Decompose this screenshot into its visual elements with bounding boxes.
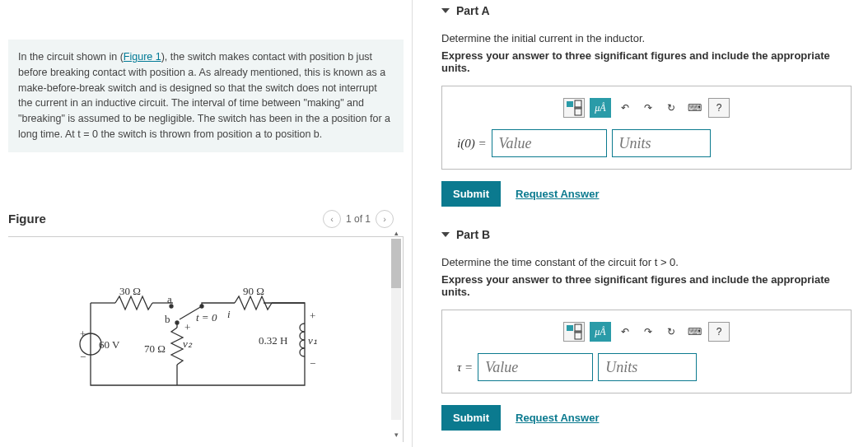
part-a-header[interactable]: Part A	[441, 4, 852, 17]
svg-rect-4	[567, 101, 573, 107]
keyboard-button[interactable]: ⌨	[685, 98, 703, 118]
label-b: b	[165, 313, 170, 326]
templates-button[interactable]	[563, 322, 585, 342]
part-b-title: Part B	[456, 228, 490, 241]
help-button[interactable]: ?	[708, 322, 730, 342]
figure-link[interactable]: Figure 1	[124, 51, 161, 63]
units-button[interactable]: μÅ	[590, 322, 611, 342]
label-src-minus: −	[80, 351, 86, 364]
part-a-request-answer-link[interactable]: Request Answer	[516, 188, 599, 200]
svg-rect-8	[567, 325, 573, 331]
part-b-question: Determine the time constant of the circu…	[441, 256, 852, 268]
svg-rect-6	[575, 109, 581, 115]
part-a-instruction: Express your answer to three significant…	[441, 49, 852, 74]
part-a-value-input[interactable]	[492, 129, 607, 157]
part-b-answer-box: μÅ ↶ ↷ ↻ ⌨ ? τ =	[441, 310, 852, 393]
label-r3: 70 Ω	[144, 342, 166, 356]
part-a-answer-box: μÅ ↶ ↷ ↻ ⌨ ? i(0) =	[441, 86, 852, 170]
label-r1: 30 Ω	[119, 285, 141, 298]
part-a: Part A Determine the initial current in …	[441, 4, 852, 207]
problem-suffix: ), the switch makes contact with positio…	[18, 51, 390, 140]
units-button[interactable]: μÅ	[590, 98, 611, 118]
part-b: Part B Determine the time constant of th…	[441, 228, 852, 431]
label-v1-plus: +	[310, 310, 315, 323]
figure-pager: ‹ 1 of 1 ›	[323, 210, 394, 228]
part-a-units-input[interactable]	[612, 129, 711, 157]
figure-title: Figure	[8, 212, 46, 226]
scrollbar-thumb[interactable]	[391, 239, 401, 288]
undo-button[interactable]: ↶	[616, 98, 634, 118]
circuit-diagram: 30 Ω 90 Ω 70 Ω 60 V 0.32 H a b t = 0 i v…	[74, 286, 338, 402]
label-i: i	[227, 308, 231, 321]
svg-rect-10	[575, 333, 581, 339]
part-a-question: Determine the initial current in the ind…	[441, 32, 852, 44]
label-r2: 90 Ω	[243, 285, 264, 298]
caret-down-icon	[441, 232, 450, 237]
part-b-units-input[interactable]	[598, 353, 697, 381]
part-b-instruction: Express your answer to three significant…	[441, 273, 852, 298]
label-inductor: 0.32 H	[259, 334, 287, 347]
label-t0: t = 0	[196, 311, 217, 324]
part-b-request-answer-link[interactable]: Request Answer	[516, 412, 599, 424]
problem-prefix: In the circuit shown in (	[18, 51, 124, 63]
scroll-down-icon[interactable]: ▾	[391, 431, 401, 440]
problem-statement: In the circuit shown in (Figure 1), the …	[8, 40, 404, 152]
figure-canvas: ▴ ▾	[8, 236, 404, 442]
pager-prev-button[interactable]: ‹	[323, 210, 341, 228]
svg-rect-9	[575, 324, 581, 331]
reset-button[interactable]: ↻	[662, 98, 680, 118]
reset-button[interactable]: ↻	[662, 322, 680, 342]
label-v2: v₂	[183, 338, 192, 351]
templates-button[interactable]	[563, 98, 585, 118]
svg-rect-5	[575, 100, 581, 107]
label-a: a	[167, 293, 172, 306]
scroll-up-icon[interactable]: ▴	[391, 229, 401, 239]
label-v1: v₁	[308, 334, 317, 347]
redo-button[interactable]: ↷	[639, 322, 657, 342]
pager-text: 1 of 1	[346, 213, 371, 225]
keyboard-button[interactable]: ⌨	[685, 322, 703, 342]
part-a-title: Part A	[456, 4, 490, 17]
label-v1-minus: −	[310, 357, 315, 370]
label-src-plus: +	[80, 328, 86, 341]
part-a-submit-button[interactable]: Submit	[441, 181, 501, 207]
label-vsrc: 60 V	[99, 338, 119, 352]
pager-next-button[interactable]: ›	[376, 210, 394, 228]
part-b-value-input[interactable]	[478, 353, 593, 381]
part-b-lhs: τ =	[457, 361, 473, 375]
part-b-header[interactable]: Part B	[441, 228, 852, 241]
label-v2-plus: +	[184, 321, 190, 334]
part-a-lhs: i(0) =	[457, 137, 487, 151]
part-b-submit-button[interactable]: Submit	[441, 405, 501, 431]
caret-down-icon	[441, 8, 450, 13]
redo-button[interactable]: ↷	[639, 98, 657, 118]
undo-button[interactable]: ↶	[616, 322, 634, 342]
help-button[interactable]: ?	[708, 98, 730, 118]
